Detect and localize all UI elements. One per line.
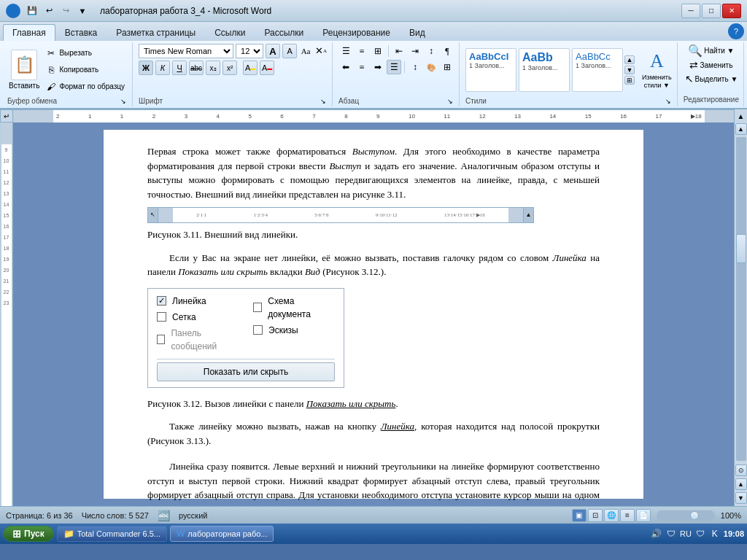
select-object-button[interactable]: ⊙ bbox=[735, 464, 747, 476]
restore-button[interactable]: □ bbox=[702, 4, 721, 18]
styles-scroll-down[interactable]: ▼ bbox=[624, 66, 635, 74]
change-styles-button[interactable]: A Изменитьстили ▼ bbox=[639, 47, 675, 93]
clipboard-expander[interactable]: ↘ bbox=[120, 98, 128, 105]
panel-checkbox[interactable] bbox=[157, 335, 165, 344]
para-expander[interactable]: ↘ bbox=[447, 98, 454, 105]
bullet-list-button[interactable]: ☰ bbox=[338, 44, 353, 58]
select-button[interactable]: ↖ Выделить ▼ bbox=[685, 73, 738, 85]
redo-button[interactable]: ↪ bbox=[58, 4, 73, 18]
highlight-button[interactable]: А▬ bbox=[243, 61, 258, 75]
style-heading1[interactable]: AaBbCcI 1 Заголов... bbox=[465, 48, 516, 92]
paste-button[interactable]: 📋 Вставить bbox=[7, 48, 41, 91]
minimize-button[interactable]: ─ bbox=[681, 4, 700, 18]
ruler-checkbox[interactable]: ✓ bbox=[157, 296, 166, 306]
align-center-button[interactable]: ≡ bbox=[355, 60, 369, 74]
format-painter-button[interactable]: 🖌 Формат по образцу bbox=[42, 79, 128, 95]
zoom-slider[interactable] bbox=[657, 510, 715, 521]
align-left-button[interactable]: ⬅ bbox=[338, 60, 353, 74]
font-name-select[interactable]: Times New Roman bbox=[139, 44, 233, 58]
save-button[interactable]: 💾 bbox=[25, 4, 39, 18]
ribbon: 📋 Вставить ✂ Вырезать ⎘ Копировать 🖌 Фор… bbox=[0, 41, 747, 109]
scroll-track[interactable] bbox=[736, 137, 746, 461]
web-layout-button[interactable]: 🌐 bbox=[604, 509, 619, 522]
thumbnails-checkbox[interactable] bbox=[253, 325, 263, 335]
font-size-select[interactable]: 12 bbox=[236, 44, 263, 58]
tray-security-icon[interactable]: 🛡 bbox=[665, 528, 677, 540]
ruler-img-body: 2·1·1 1·2·3·4 5·6·7·8 9·10·11·12 13·14·1… bbox=[158, 208, 523, 222]
find-button[interactable]: 🔍 Найти ▼ bbox=[688, 44, 734, 58]
font-color-button[interactable]: А▬ bbox=[260, 61, 274, 75]
show-hide-button[interactable]: Показать или скрыть bbox=[157, 362, 335, 381]
clipboard-small-btns: ✂ Вырезать ⎘ Копировать 🖌 Формат по обра… bbox=[42, 45, 128, 95]
taskbar-item-word[interactable]: W лабораторная рабо... bbox=[170, 526, 274, 542]
numbered-list-button[interactable]: ≡ bbox=[355, 44, 369, 58]
italic-text-3: Линейка bbox=[553, 252, 587, 263]
outline-checkbox[interactable] bbox=[253, 303, 262, 312]
sort-button[interactable]: ↕ bbox=[424, 44, 438, 58]
bold-button[interactable]: Ж bbox=[139, 61, 153, 75]
replace-button[interactable]: ⇄ Заменить bbox=[689, 59, 732, 71]
content-area[interactable]: Первая строка может также форматироватьс… bbox=[13, 122, 734, 506]
shading-button[interactable]: 🎨 bbox=[424, 60, 438, 74]
subscript-button[interactable]: x₂ bbox=[206, 61, 220, 75]
italic-button[interactable]: К bbox=[155, 61, 170, 75]
align-justify-button[interactable]: ☰ bbox=[387, 60, 401, 74]
show-marks-button[interactable]: ¶ bbox=[440, 44, 454, 58]
print-layout-button[interactable]: ▣ bbox=[572, 509, 587, 522]
strikethrough-button[interactable]: abc bbox=[189, 61, 204, 75]
superscript-button[interactable]: x² bbox=[222, 61, 237, 75]
tab-insert[interactable]: Вставка bbox=[55, 24, 107, 41]
undo-button[interactable]: ↩ bbox=[42, 4, 56, 18]
style-heading2[interactable]: AaBb 1 Заголов... bbox=[519, 48, 570, 92]
italic-text-2: Выступ bbox=[329, 160, 361, 171]
right-scrollbar[interactable]: ▲ ⊙ ▲ ▼ bbox=[734, 122, 747, 506]
full-screen-button[interactable]: ⊡ bbox=[588, 509, 603, 522]
prev-page-button[interactable]: ▲ bbox=[735, 478, 747, 490]
grow-font-button[interactable]: A bbox=[266, 44, 280, 58]
scroll-up-button[interactable]: ▲ bbox=[735, 123, 747, 135]
multilevel-list-button[interactable]: ⊞ bbox=[371, 44, 385, 58]
tab-mailings[interactable]: Рассылки bbox=[255, 24, 313, 41]
styles-more[interactable]: ⊞ bbox=[624, 76, 635, 85]
tray-network-icon[interactable]: 🔊 bbox=[651, 528, 662, 540]
ruler-area: ↵ 2 1 1 2 3 4 5 6 7 8 9 10 bbox=[0, 109, 747, 122]
kaspersky-icon[interactable]: 🛡 bbox=[694, 528, 706, 540]
grid-checkbox[interactable] bbox=[157, 312, 166, 322]
tab-references[interactable]: Ссылки bbox=[205, 24, 255, 41]
start-button[interactable]: ⊞ Пуск bbox=[3, 526, 54, 542]
zoom-thumb[interactable] bbox=[690, 511, 699, 520]
cut-button[interactable]: ✂ Вырезать bbox=[42, 45, 128, 61]
line-spacing-button[interactable]: ↕ bbox=[408, 60, 422, 74]
change-styles-icon: A bbox=[650, 50, 664, 72]
outline-view-button[interactable]: ≡ bbox=[620, 509, 635, 522]
styles-expander[interactable]: ↘ bbox=[665, 98, 673, 105]
qat-customize-button[interactable]: ▼ bbox=[75, 4, 90, 18]
underline-button[interactable]: Ч bbox=[172, 61, 187, 75]
help-button[interactable]: ? bbox=[728, 23, 744, 39]
next-page-button[interactable]: ▼ bbox=[735, 492, 747, 504]
shrink-font-button[interactable]: A bbox=[282, 44, 297, 58]
tab-review[interactable]: Рецензирование bbox=[313, 24, 400, 41]
scroll-thumb[interactable] bbox=[736, 234, 746, 263]
ruler-corner-button[interactable]: ↵ bbox=[0, 109, 13, 122]
borders-button[interactable]: ⊞ bbox=[440, 60, 454, 74]
style-heading3[interactable]: AaBbCc 1 Заголов... bbox=[572, 48, 623, 92]
tab-layout[interactable]: Разметка страницы bbox=[107, 24, 205, 41]
font-expander[interactable]: ↘ bbox=[320, 98, 328, 105]
change-case-button[interactable]: Аа bbox=[299, 44, 312, 58]
taskbar-right: 🔊 🛡 RU 🛡 K 19:08 bbox=[651, 528, 744, 540]
tab-view[interactable]: Вид bbox=[400, 24, 435, 41]
increase-indent-button[interactable]: ⇥ bbox=[408, 44, 422, 58]
tab-home[interactable]: Главная bbox=[3, 24, 55, 41]
clear-format-button[interactable]: ✕A bbox=[314, 44, 328, 58]
decrease-indent-button[interactable]: ⇤ bbox=[392, 44, 406, 58]
taskbar-item-commander[interactable]: 📁 Total Commander 6.5... bbox=[57, 526, 167, 542]
language-info: русский bbox=[179, 511, 207, 520]
styles-scroll-up[interactable]: ▲ bbox=[624, 55, 635, 64]
copy-button[interactable]: ⎘ Копировать bbox=[42, 62, 128, 78]
close-button[interactable]: ✕ bbox=[722, 4, 741, 18]
draft-view-button[interactable]: 📄 bbox=[636, 509, 651, 522]
tray-extra-icon[interactable]: K bbox=[709, 528, 721, 540]
align-right-button[interactable]: ➡ bbox=[371, 60, 385, 74]
dialog-row-thumbnails: Эскизы bbox=[253, 324, 335, 337]
